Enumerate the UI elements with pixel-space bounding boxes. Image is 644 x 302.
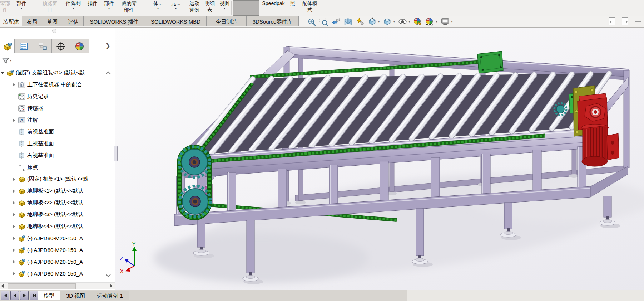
edit-appearance-icon[interactable] — [412, 16, 423, 26]
dropdown-arrow-icon[interactable]: ▾ — [451, 20, 453, 23]
expand-arrow-icon[interactable] — [13, 248, 15, 252]
part-icon — [18, 199, 26, 207]
section-view-icon[interactable] — [342, 16, 353, 26]
tree-scroll-down-icon[interactable] — [105, 272, 111, 276]
tree-item-ajpd-1[interactable]: (-) AJPD80-M20-150_A — [0, 232, 115, 244]
tree-scroll-up-icon[interactable] — [105, 70, 111, 73]
previous-tab-button[interactable] — [10, 291, 19, 300]
scroll-left-icon[interactable] — [1, 284, 4, 288]
dropdown-arrow-icon[interactable]: ▾ — [408, 20, 410, 23]
tree-item-ajpd-3[interactable]: (-) AJPD80-M20-150_A — [0, 256, 115, 268]
tree-item-frame-part[interactable]: (固定) 机架<1> (默认<<默 — [0, 173, 115, 185]
apply-scene-icon[interactable] — [425, 16, 435, 26]
dropdown-arrow-icon[interactable]: ▾ — [378, 20, 380, 23]
tab-evaluate[interactable]: 评估 — [63, 16, 84, 26]
show-hidden-components-button[interactable]: 藏的零部件 — [119, 0, 139, 15]
expand-arrow-icon[interactable] — [1, 72, 4, 74]
last-tab-button[interactable] — [30, 291, 38, 300]
panel-expand-chevron-icon[interactable]: ❯ — [104, 40, 112, 51]
tab-assembly[interactable]: 装配体 — [0, 16, 22, 26]
expand-arrow-icon[interactable] — [13, 189, 15, 193]
speedpak-button[interactable]: Speedpak — [260, 0, 287, 15]
zoom-to-area-icon[interactable] — [318, 16, 329, 26]
collapse-pane-right-icon[interactable] — [622, 17, 628, 25]
tree-item-front-plane[interactable]: 前视基准面 — [0, 126, 115, 138]
tree-item-annotations[interactable]: 注解 — [0, 114, 115, 126]
next-tab-button[interactable] — [20, 291, 29, 300]
dropdown-arrow-icon[interactable]: ▾ — [436, 20, 438, 23]
bill-of-materials-button[interactable]: 明细表 — [203, 0, 217, 15]
tree-item-origin[interactable]: 原点 — [0, 161, 115, 173]
tab-sketch[interactable]: 草图 — [42, 16, 63, 26]
minimize-icon[interactable] — [635, 21, 641, 22]
propertymanager-tab[interactable] — [15, 39, 33, 53]
expand-arrow-icon[interactable] — [13, 237, 15, 240]
expand-arrow-icon[interactable] — [13, 272, 15, 276]
tree-item-foot-plate-2[interactable]: 地脚板<2> (默认<<默认 — [0, 197, 115, 209]
move-component-button[interactable]: 部件▾ — [13, 0, 30, 15]
expand-arrow-icon[interactable] — [13, 225, 15, 228]
panel-splitter-handle[interactable] — [114, 146, 118, 161]
assembly-features-button[interactable]: 体...▾ — [150, 0, 166, 15]
tree-item-sensors[interactable]: 传感器 — [0, 102, 115, 114]
display-style-icon[interactable] — [382, 16, 393, 26]
tab-solidworks-mbd[interactable]: SOLIDWORKS MBD — [145, 16, 207, 26]
featuremanager-tree-tab[interactable] — [1, 39, 14, 53]
tree-item-history[interactable]: 历史记录 — [0, 91, 115, 102]
exploded-view-button[interactable]: 视图▾ — [218, 0, 231, 15]
first-tab-button[interactable] — [1, 291, 9, 300]
component-pattern-button[interactable]: 件阵列▾ — [63, 0, 84, 15]
graphics-viewport[interactable]: Y Z X — [115, 28, 644, 290]
scroll-right-icon[interactable] — [110, 284, 113, 288]
reference-geometry-button[interactable]: 元...▾ — [168, 0, 184, 15]
dropdown-arrow-icon[interactable]: ▾ — [10, 59, 12, 62]
tab-model[interactable]: 模型 — [38, 291, 60, 300]
tree-item-mates-folder[interactable]: 上下往复机器 中的配合 — [0, 79, 115, 91]
tree-item-foot-plate-1[interactable]: 地脚板<1> (默认<<默认 — [0, 185, 115, 197]
triad-z-label: Z — [120, 255, 123, 261]
preview-window-button[interactable]: 预览窗口 — [38, 0, 61, 15]
expand-arrow-icon[interactable] — [13, 83, 15, 87]
expand-arrow-icon[interactable] — [13, 118, 15, 122]
large-assembly-mode-button[interactable]: 配体模式 — [297, 0, 322, 15]
tree-item-top-plane[interactable]: 上视基准面 — [0, 138, 115, 150]
tree-item-ajpd-2[interactable]: (-) AJPD80-M20-150_A — [0, 244, 115, 256]
tab-layout[interactable]: 布局 — [22, 16, 42, 26]
take-snapshot-button[interactable]: 照 — [288, 0, 297, 15]
tree-item-ajpd-4[interactable]: (-) AJPD80-M20-150_A — [0, 268, 115, 279]
dimxpertmanager-tab[interactable] — [52, 39, 70, 53]
previous-view-icon[interactable] — [330, 16, 341, 26]
view-settings-icon[interactable] — [440, 16, 450, 26]
tab-motion-study-1[interactable]: 运动算例 1 — [91, 291, 129, 300]
dropdown-arrow-icon[interactable]: ▾ — [393, 20, 395, 23]
view-orientation-icon[interactable] — [367, 16, 377, 26]
expand-arrow-icon[interactable] — [13, 213, 15, 216]
tree-horizontal-scrollbar[interactable] — [0, 282, 115, 289]
displaymanager-tab[interactable] — [70, 39, 89, 53]
motion-study-button[interactable]: 运动算例 — [187, 0, 202, 15]
zoom-to-fit-icon[interactable] — [306, 16, 317, 26]
expand-arrow-icon[interactable] — [13, 201, 15, 205]
scrollbar-thumb[interactable] — [8, 283, 76, 289]
tab-solidworks-addins[interactable]: SOLIDWORKS 插件 — [84, 16, 145, 26]
expand-arrow-icon[interactable] — [13, 177, 15, 181]
dynamic-annotation-views-icon[interactable] — [355, 16, 365, 26]
tree-item-root-assembly[interactable]: (固定) 支架组装<1> (默认<默 — [0, 67, 115, 79]
smart-fasteners-button[interactable]: 扣件 — [84, 0, 101, 15]
filter-funnel-icon[interactable] — [1, 57, 9, 64]
tree-item-right-plane[interactable]: 右视基准面 — [0, 150, 115, 161]
tree-item-foot-plate-4[interactable]: 地脚板<4> (默认<<默认 — [0, 220, 115, 232]
configurationmanager-tab[interactable] — [33, 39, 52, 53]
collapse-pane-left-icon[interactable] — [609, 17, 615, 25]
insert-components-button[interactable]: 零部件 — [0, 0, 13, 15]
tab-jinri-zhizao[interactable]: 今日制造 — [207, 16, 247, 26]
pressed-toolbar-button[interactable] — [233, 0, 259, 16]
panel-resize-grip[interactable] — [52, 29, 56, 33]
tab-3dsource-parts-library[interactable]: 3DSource零件库 — [247, 16, 299, 26]
hide-show-items-icon[interactable] — [397, 16, 408, 26]
move-component-button-2[interactable]: 部件▾ — [101, 0, 117, 15]
expand-arrow-icon[interactable] — [13, 260, 15, 264]
tab-3d-views[interactable]: 3D 视图 — [60, 291, 91, 300]
tree-item-mates[interactable]: 配合 — [0, 279, 115, 282]
tree-item-foot-plate-3[interactable]: 地脚板<3> (默认<<默认 — [0, 209, 115, 220]
